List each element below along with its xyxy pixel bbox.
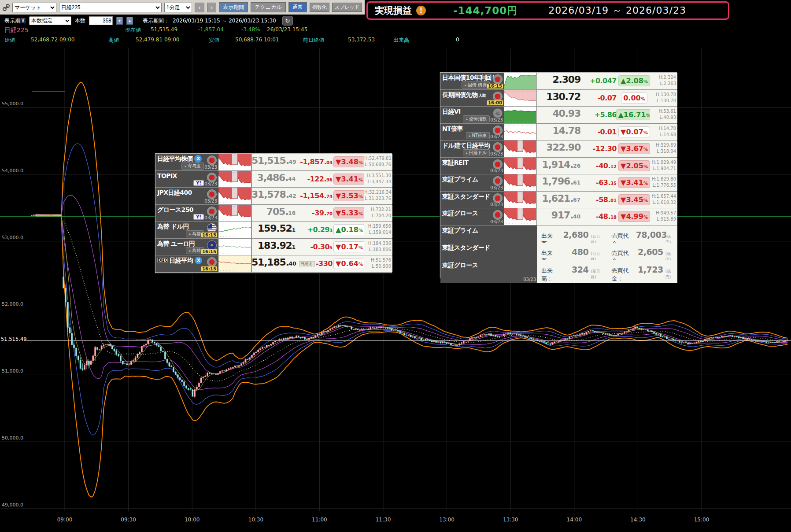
japan-flag-icon — [207, 257, 217, 267]
quote-datetime: 26/03/23 15:45 — [267, 26, 307, 33]
instrument-value: 40.93 — [536, 107, 582, 123]
indexize-button[interactable]: 指数化 — [310, 3, 329, 12]
x-social-icon[interactable]: X — [195, 257, 202, 264]
realized-pnl-value: -144,700円 — [453, 4, 517, 18]
mini-chart-cell — [218, 255, 251, 272]
count-increment-button[interactable]: ▲ — [126, 17, 133, 25]
quote-time: 16:00 — [487, 100, 503, 105]
svg-text:54,000.0: 54,000.0 — [2, 168, 23, 174]
high-low-values: H:2.324L:2.263 — [650, 73, 677, 89]
market-list-item[interactable]: NT倍率NT倍率03/2314.78-0.01▼0.07%H:14.78L:14… — [440, 124, 676, 141]
yahoo-link-button[interactable]: Y! — [193, 214, 204, 220]
market-list-item[interactable]: グロース250Y!03/23705.16-39.70▼5.33%H:732.21… — [155, 205, 392, 222]
index-watch-panel: 日経平均株価X寄与度03/2351,515.49-1,857.04▼3.48%H… — [155, 153, 392, 273]
instrument-value: 917.40 — [536, 208, 582, 225]
volume-row[interactable]: 東証スタンダード03/23出来高：480(百万株)売買代金：2,605(億円) — [440, 243, 676, 260]
quote-time: 03/23 — [204, 165, 217, 170]
market-list-item[interactable]: 長期国債先物大取16:00130.72-0.070.00%H:130.78L:1… — [440, 90, 676, 107]
high-low-values: H:184.336L:183.806 — [364, 239, 392, 255]
japan-flag-icon — [493, 210, 503, 220]
volume-value: 324 — [561, 265, 588, 274]
instrument-name: 日経平均株価X — [157, 155, 202, 163]
svg-text:52,000.0: 52,000.0 — [2, 301, 23, 307]
svg-text:55,000.0: 55,000.0 — [2, 101, 23, 107]
sub-link-button[interactable]: 国債 債券 — [462, 81, 490, 89]
market-list-item[interactable]: 日経VI恐怖指数☠03/2340.93+5.86▲16.71%H:53.61L:… — [440, 107, 676, 124]
count-decrement-button[interactable]: ▼ — [116, 17, 123, 25]
link-icon[interactable] — [3, 4, 10, 11]
technical-button[interactable]: テクニカル — [251, 2, 285, 12]
next-button[interactable]: › — [207, 3, 217, 12]
instrument-change: -0.305 — [297, 239, 334, 255]
market-list-item[interactable]: 東証スタンダード03/231,621.67-58.01▼3.45%H:1,657… — [440, 192, 676, 209]
mini-chart-cell — [504, 140, 536, 157]
market-select[interactable]: マーケット — [12, 3, 56, 12]
bar-count-caption: 本数 — [75, 17, 85, 25]
exchange-suffix: 大取 — [478, 93, 486, 98]
market-list-item[interactable]: 為替 ドル円為替16:15159.521+0.293▲0.18%H:159.65… — [155, 222, 392, 239]
change-pct-badge: ▲2.08% — [618, 75, 650, 86]
normal-button[interactable]: 通常 — [288, 2, 307, 12]
market-list-item[interactable]: TOPIXY!03/233,486.44-122.96▼3.41%H:3,551… — [155, 171, 392, 188]
prev-close-label: 前日終値 — [303, 37, 324, 44]
volume-row[interactable]: 東証グロース03/23出来高：324(百万株)売買代金：1,723(億円) — [440, 260, 676, 278]
svg-text:09:30: 09:30 — [121, 517, 136, 523]
instrument-name: 長期国債先物大取 — [442, 91, 486, 99]
instrument-value: 51,515.49 — [251, 154, 297, 170]
warning-icon: ! — [416, 6, 426, 15]
mini-chart — [218, 205, 251, 222]
bar-count-input[interactable] — [89, 16, 113, 25]
quote-row-1: 日経225 現在値 51,515.49 -1,857.04 -3.48% 26/… — [0, 26, 529, 35]
display-period-button[interactable]: 表示期間 — [219, 2, 248, 12]
market-list-item[interactable]: 東証プライム03/231,796.61-63.35▼3.41%H:1,829.8… — [440, 174, 676, 192]
yahoo-link-button[interactable]: Y! — [193, 180, 204, 186]
instrument-name: NT倍率 — [442, 125, 463, 133]
market-list-item[interactable]: ドル建て日経平均日経ドル03/23322.90-12.30▼3.67%H:329… — [440, 140, 676, 158]
svg-text:13:00: 13:00 — [439, 517, 455, 523]
turnover-caption: 売買代金： — [611, 267, 633, 283]
market-list-item[interactable]: CFD日経平均X16:1551,185.40日経比:-330▼0.64%H:51… — [155, 255, 392, 273]
japan-flag-icon — [493, 176, 503, 186]
japan-flag-icon — [207, 155, 217, 165]
instrument-change: -48.18 — [582, 208, 618, 225]
timeframe-select[interactable]: 1分足 — [164, 3, 192, 12]
svg-text:51,515.49: 51,515.49 — [1, 336, 27, 342]
instrument-change: -40.12 — [582, 158, 618, 174]
japan-flag-icon — [207, 173, 217, 182]
sub-link-button[interactable]: 恐怖指数 — [463, 115, 490, 122]
instrument-name: 日本国債10年利回り — [442, 74, 498, 82]
mini-chart-cell — [218, 222, 251, 238]
sub-link-button[interactable]: 日経ドル — [463, 149, 490, 156]
volume-value: 2,680 — [561, 230, 588, 240]
market-indicator-panel: 日本国債10年利回り国債 債券16:152.309+0.047▲2.08%H:2… — [440, 72, 677, 278]
high-low-values: H:159.656L:159.014 — [364, 222, 392, 238]
refresh-icon[interactable]: ↻ — [282, 16, 293, 26]
sub-link-button[interactable]: 寄与度 — [181, 163, 204, 170]
spread-button[interactable]: スプレッド — [332, 3, 362, 12]
sub-link-button[interactable]: NT倍率 — [466, 132, 490, 139]
mini-chart — [504, 73, 536, 89]
symbol-select[interactable]: 日経225 — [59, 3, 162, 12]
period-mode-select[interactable]: 本数指定 — [29, 16, 71, 25]
instrument-name: 日経VI — [442, 108, 461, 116]
mini-chart — [504, 140, 536, 157]
turnover-value: 1,723 — [636, 265, 663, 274]
market-list-item[interactable]: 東証REIT03/231,914.26-40.12▼2.05%H:1,929.4… — [440, 158, 676, 175]
market-list-item[interactable]: 為替 ユーロ円為替✶16:15183.921-0.305▼0.17%H:184.… — [155, 239, 392, 256]
market-list-item[interactable]: JPX日経40003/2331,578.42-1,154.74▼3.53%H:3… — [155, 188, 392, 205]
prev-button[interactable]: ‹ — [195, 3, 204, 12]
instrument-change: -0.01 — [582, 124, 618, 140]
market-list-item[interactable]: 東証グロース03/23917.40-48.18▼4.99%H:949.57L:9… — [440, 208, 676, 225]
change-pct-badge: ▼3.67% — [618, 143, 650, 154]
instrument-name: 為替 ドル円 — [157, 223, 189, 231]
mini-chart-cell — [504, 174, 536, 191]
high-value: 52,479.81 09:00 — [136, 37, 179, 43]
svg-text:49,000.0: 49,000.0 — [2, 502, 23, 508]
market-list-item[interactable]: 日経平均株価X寄与度03/2351,515.49-1,857.04▼3.48%H… — [155, 154, 392, 171]
change-pct-badge: ▼3.48% — [333, 156, 365, 167]
market-list-item[interactable]: 日本国債10年利回り国債 債券16:152.309+0.047▲2.08%H:2… — [440, 73, 676, 90]
quote-time: 16:15 — [487, 84, 503, 89]
x-social-icon[interactable]: X — [194, 155, 202, 163]
volume-row[interactable]: 東証プライム03/23出来高：2,680(百万株)売買代金：78,003(億円) — [440, 225, 676, 243]
svg-text:11:30: 11:30 — [376, 517, 391, 523]
